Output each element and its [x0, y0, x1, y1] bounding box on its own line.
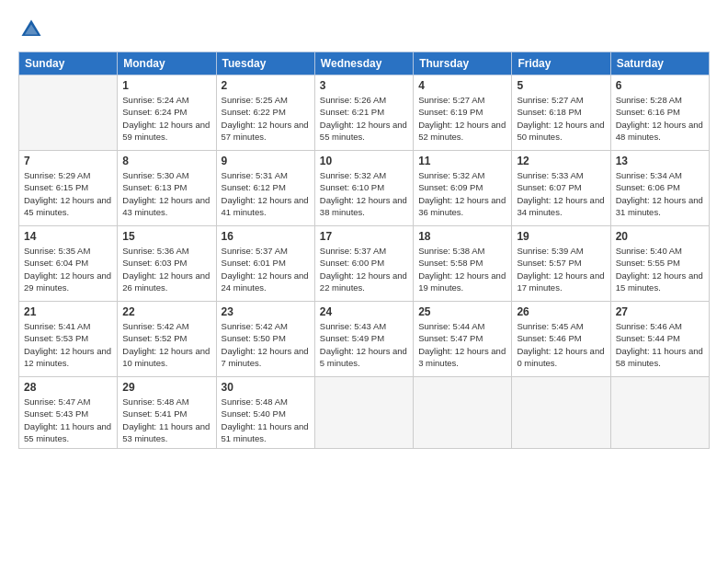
day-info: Sunrise: 5:33 AM Sunset: 6:07 PM Dayligh… [517, 169, 605, 218]
day-number: 21 [24, 305, 112, 318]
day-number: 30 [222, 381, 310, 394]
calendar-header-sunday: Sunday [19, 52, 118, 75]
day-number: 22 [122, 305, 210, 318]
calendar-table: SundayMondayTuesdayWednesdayThursdayFrid… [18, 52, 710, 449]
calendar-week-row: 7Sunrise: 5:29 AM Sunset: 6:15 PM Daylig… [19, 151, 710, 226]
day-number: 25 [418, 305, 506, 318]
day-number: 1 [122, 79, 210, 92]
calendar-day-cell: 12Sunrise: 5:33 AM Sunset: 6:07 PM Dayli… [512, 151, 610, 226]
day-info: Sunrise: 5:40 AM Sunset: 5:55 PM Dayligh… [616, 245, 704, 293]
calendar-day-cell [610, 377, 709, 449]
day-number: 9 [222, 155, 310, 167]
calendar-day-cell [414, 377, 512, 449]
day-number: 14 [24, 230, 112, 243]
calendar-day-cell: 28Sunrise: 5:47 AM Sunset: 5:43 PM Dayli… [19, 377, 118, 449]
day-info: Sunrise: 5:43 AM Sunset: 5:49 PM Dayligh… [320, 320, 408, 369]
day-number: 12 [517, 155, 605, 167]
calendar-day-cell: 29Sunrise: 5:48 AM Sunset: 5:41 PM Dayli… [118, 377, 216, 449]
calendar-day-cell: 2Sunrise: 5:25 AM Sunset: 6:22 PM Daylig… [216, 75, 314, 151]
day-number: 11 [418, 155, 506, 167]
calendar-day-cell: 8Sunrise: 5:30 AM Sunset: 6:13 PM Daylig… [118, 151, 216, 226]
day-number: 13 [616, 155, 704, 167]
calendar-day-cell: 20Sunrise: 5:40 AM Sunset: 5:55 PM Dayli… [610, 226, 709, 302]
calendar-week-row: 1Sunrise: 5:24 AM Sunset: 6:24 PM Daylig… [19, 75, 710, 151]
day-number: 7 [24, 155, 112, 167]
day-info: Sunrise: 5:34 AM Sunset: 6:06 PM Dayligh… [616, 169, 704, 218]
header [18, 17, 710, 42]
calendar-day-cell: 26Sunrise: 5:45 AM Sunset: 5:46 PM Dayli… [512, 302, 610, 377]
calendar-day-cell: 27Sunrise: 5:46 AM Sunset: 5:44 PM Dayli… [610, 302, 709, 377]
day-number: 6 [616, 79, 704, 92]
calendar-day-cell: 13Sunrise: 5:34 AM Sunset: 6:06 PM Dayli… [610, 151, 709, 226]
calendar-day-cell: 18Sunrise: 5:38 AM Sunset: 5:58 PM Dayli… [414, 226, 512, 302]
calendar-day-cell: 17Sunrise: 5:37 AM Sunset: 6:00 PM Dayli… [314, 226, 413, 302]
day-info: Sunrise: 5:41 AM Sunset: 5:53 PM Dayligh… [24, 320, 112, 369]
calendar-day-cell [314, 377, 413, 449]
day-number: 28 [24, 381, 112, 394]
day-info: Sunrise: 5:42 AM Sunset: 5:52 PM Dayligh… [122, 320, 210, 369]
calendar-day-cell: 21Sunrise: 5:41 AM Sunset: 5:53 PM Dayli… [19, 302, 118, 377]
calendar-header-thursday: Thursday [414, 52, 512, 75]
day-number: 20 [616, 230, 704, 243]
calendar-week-row: 21Sunrise: 5:41 AM Sunset: 5:53 PM Dayli… [19, 302, 710, 377]
day-info: Sunrise: 5:32 AM Sunset: 6:09 PM Dayligh… [418, 169, 506, 218]
calendar-day-cell: 22Sunrise: 5:42 AM Sunset: 5:52 PM Dayli… [118, 302, 216, 377]
calendar-day-cell: 9Sunrise: 5:31 AM Sunset: 6:12 PM Daylig… [216, 151, 314, 226]
calendar-day-cell: 11Sunrise: 5:32 AM Sunset: 6:09 PM Dayli… [414, 151, 512, 226]
day-number: 23 [222, 305, 310, 318]
day-number: 27 [616, 305, 704, 318]
day-info: Sunrise: 5:31 AM Sunset: 6:12 PM Dayligh… [222, 169, 310, 218]
day-number: 19 [517, 230, 605, 243]
day-number: 8 [122, 155, 210, 167]
day-number: 24 [320, 305, 408, 318]
day-info: Sunrise: 5:48 AM Sunset: 5:41 PM Dayligh… [122, 396, 210, 444]
day-info: Sunrise: 5:47 AM Sunset: 5:43 PM Dayligh… [24, 396, 112, 444]
day-info: Sunrise: 5:44 AM Sunset: 5:47 PM Dayligh… [418, 320, 506, 369]
day-number: 26 [517, 305, 605, 318]
calendar-header-tuesday: Tuesday [216, 52, 314, 75]
day-info: Sunrise: 5:27 AM Sunset: 6:18 PM Dayligh… [517, 94, 605, 143]
logo [18, 17, 48, 42]
calendar-day-cell: 16Sunrise: 5:37 AM Sunset: 6:01 PM Dayli… [216, 226, 314, 302]
day-info: Sunrise: 5:26 AM Sunset: 6:21 PM Dayligh… [320, 94, 408, 143]
calendar-day-cell: 14Sunrise: 5:35 AM Sunset: 6:04 PM Dayli… [19, 226, 118, 302]
calendar-day-cell: 3Sunrise: 5:26 AM Sunset: 6:21 PM Daylig… [314, 75, 413, 151]
calendar-day-cell [512, 377, 610, 449]
calendar-header-wednesday: Wednesday [314, 52, 413, 75]
day-info: Sunrise: 5:46 AM Sunset: 5:44 PM Dayligh… [616, 320, 704, 369]
calendar-day-cell: 15Sunrise: 5:36 AM Sunset: 6:03 PM Dayli… [118, 226, 216, 302]
calendar-day-cell: 24Sunrise: 5:43 AM Sunset: 5:49 PM Dayli… [314, 302, 413, 377]
calendar-day-cell [19, 75, 118, 151]
day-number: 15 [122, 230, 210, 243]
day-info: Sunrise: 5:42 AM Sunset: 5:50 PM Dayligh… [222, 320, 310, 369]
day-number: 2 [222, 79, 310, 92]
day-info: Sunrise: 5:24 AM Sunset: 6:24 PM Dayligh… [122, 94, 210, 143]
day-number: 18 [418, 230, 506, 243]
page: SundayMondayTuesdayWednesdayThursdayFrid… [0, 0, 728, 563]
day-info: Sunrise: 5:48 AM Sunset: 5:40 PM Dayligh… [222, 396, 310, 444]
logo-icon [18, 17, 44, 42]
day-number: 4 [418, 79, 506, 92]
calendar-week-row: 28Sunrise: 5:47 AM Sunset: 5:43 PM Dayli… [19, 377, 710, 449]
calendar-day-cell: 5Sunrise: 5:27 AM Sunset: 6:18 PM Daylig… [512, 75, 610, 151]
day-info: Sunrise: 5:29 AM Sunset: 6:15 PM Dayligh… [24, 169, 112, 218]
calendar-day-cell: 10Sunrise: 5:32 AM Sunset: 6:10 PM Dayli… [314, 151, 413, 226]
day-info: Sunrise: 5:28 AM Sunset: 6:16 PM Dayligh… [616, 94, 704, 143]
day-info: Sunrise: 5:27 AM Sunset: 6:19 PM Dayligh… [418, 94, 506, 143]
calendar-day-cell: 7Sunrise: 5:29 AM Sunset: 6:15 PM Daylig… [19, 151, 118, 226]
calendar-day-cell: 30Sunrise: 5:48 AM Sunset: 5:40 PM Dayli… [216, 377, 314, 449]
day-number: 16 [222, 230, 310, 243]
calendar-day-cell: 4Sunrise: 5:27 AM Sunset: 6:19 PM Daylig… [414, 75, 512, 151]
day-number: 29 [122, 381, 210, 394]
day-number: 10 [320, 155, 408, 167]
day-info: Sunrise: 5:38 AM Sunset: 5:58 PM Dayligh… [418, 245, 506, 293]
day-number: 3 [320, 79, 408, 92]
day-info: Sunrise: 5:30 AM Sunset: 6:13 PM Dayligh… [122, 169, 210, 218]
day-info: Sunrise: 5:36 AM Sunset: 6:03 PM Dayligh… [122, 245, 210, 293]
calendar-week-row: 14Sunrise: 5:35 AM Sunset: 6:04 PM Dayli… [19, 226, 710, 302]
day-number: 17 [320, 230, 408, 243]
calendar-day-cell: 1Sunrise: 5:24 AM Sunset: 6:24 PM Daylig… [118, 75, 216, 151]
calendar-header-friday: Friday [512, 52, 610, 75]
calendar-header-row: SundayMondayTuesdayWednesdayThursdayFrid… [19, 52, 710, 75]
day-info: Sunrise: 5:45 AM Sunset: 5:46 PM Dayligh… [517, 320, 605, 369]
